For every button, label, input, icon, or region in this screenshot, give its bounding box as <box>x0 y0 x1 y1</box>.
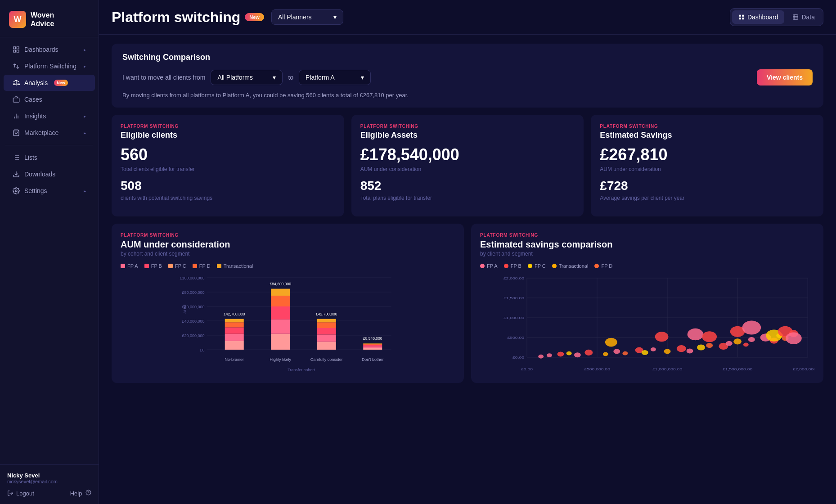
sidebar-logo: W Woven Advice <box>0 0 99 37</box>
legend-color <box>121 264 125 268</box>
svg-text:£500.00: £500.00 <box>508 336 525 340</box>
svg-rect-0 <box>13 47 16 49</box>
legend-label: FP D <box>601 263 612 269</box>
legend-color <box>594 264 599 268</box>
sidebar-item-downloads[interactable]: Downloads <box>4 166 95 182</box>
main-content: Platform switching New All Planners ▾ Da… <box>99 0 836 504</box>
sidebar-item-label: Marketplace <box>24 129 58 136</box>
svg-text:£42,700,000: £42,700,000 <box>316 312 337 316</box>
briefcase-icon <box>13 96 20 103</box>
scatter-point <box>687 348 693 353</box>
legend-label: FP B <box>151 263 162 269</box>
header-tabs: Dashboard Data <box>730 8 823 26</box>
svg-text:£2,000.00: £2,000.00 <box>503 277 524 280</box>
scatter-point <box>651 347 656 351</box>
scatter-chart-section-label: PLATFORM SWITCHING <box>480 233 814 238</box>
legend-color <box>480 264 485 268</box>
sidebar-item-insights[interactable]: Insights ▸ <box>4 108 95 124</box>
svg-text:£1,000.00: £1,000.00 <box>503 316 524 320</box>
scatter-point <box>742 321 761 335</box>
view-clients-button[interactable]: View clients <box>757 69 813 86</box>
bar-chart-legend: FP AFP BFP CFP DTransactional <box>121 263 455 269</box>
stat-desc-2: clients with potential switching savings <box>121 195 335 201</box>
planners-chevron-icon: ▾ <box>333 14 337 21</box>
bar-chart-title: AUM under consideration <box>121 239 455 250</box>
sidebar-item-dashboards[interactable]: Dashboards ▸ <box>4 41 95 58</box>
list-icon <box>13 154 20 161</box>
stat-section-label: PLATFORM SWITCHING <box>600 124 814 129</box>
help-button[interactable]: Help <box>70 490 91 497</box>
tab-dashboard[interactable]: Dashboard <box>732 10 785 24</box>
svg-text:£0: £0 <box>200 348 204 352</box>
bar-segment <box>225 319 244 323</box>
bar-segment <box>271 320 290 334</box>
comparison-row: I want to move all clients from All Plat… <box>122 69 813 86</box>
logout-icon <box>7 490 13 496</box>
svg-rect-22 <box>739 18 741 19</box>
legend-label: FP A <box>487 263 498 269</box>
tab-data[interactable]: Data <box>786 10 821 24</box>
bottom-nav: Lists Downloads Settings ▸ <box>0 149 99 199</box>
store-icon <box>13 129 20 136</box>
legend-item: FP D <box>193 263 211 269</box>
chevron-icon: ▸ <box>84 130 86 135</box>
legend-item: Transactional <box>217 263 253 269</box>
legend-color <box>528 264 532 268</box>
sidebar-item-label: Insights <box>24 112 46 120</box>
bar-chart-visualization: £100,000,000£80,000,000£60,000,000£40,00… <box>121 273 455 374</box>
stat-desc-2: Total plans eligible for transfer <box>360 195 575 201</box>
nav-items: Dashboards ▸ Platform Switching ▸ Analys… <box>0 41 99 141</box>
svg-text:Don't bother: Don't bother <box>362 357 384 362</box>
chart-icon <box>13 112 20 120</box>
svg-text:£80,000,000: £80,000,000 <box>182 290 204 295</box>
to-text: to <box>288 74 293 81</box>
legend-label: FP C <box>535 263 546 269</box>
from-platform-dropdown[interactable]: All Platforms ▾ <box>211 70 283 85</box>
bar-segment <box>363 346 382 348</box>
planners-dropdown[interactable]: All Planners ▾ <box>271 9 343 25</box>
legend-color <box>144 264 149 268</box>
svg-text:£0.00: £0.00 <box>521 367 533 371</box>
sidebar-item-label: Analysis <box>24 79 48 86</box>
stat-value-2: 508 <box>121 179 335 193</box>
stat-desc-1: AUM under consideration <box>600 166 814 172</box>
bar-segment <box>271 296 290 306</box>
to-dropdown-chevron-icon: ▾ <box>361 74 364 81</box>
sidebar-item-analysis[interactable]: Analysis New <box>4 75 95 91</box>
scale-icon <box>13 79 20 86</box>
svg-text:Carefully consider: Carefully consider <box>310 357 343 362</box>
bar-chart-svg: £100,000,000£80,000,000£60,000,000£40,00… <box>121 273 455 372</box>
tab-dashboard-label: Dashboard <box>747 14 778 21</box>
stat-card-0: PLATFORM SWITCHING Eligible clients 560 … <box>112 115 344 216</box>
sidebar-item-marketplace[interactable]: Marketplace ▸ <box>4 125 95 141</box>
tab-data-label: Data <box>801 14 815 21</box>
svg-rect-3 <box>17 50 19 53</box>
bar-segment <box>271 289 290 296</box>
sidebar-item-platform-switching[interactable]: Platform Switching ▸ <box>4 58 95 74</box>
settings-icon <box>13 187 20 194</box>
sidebar-item-settings[interactable]: Settings ▸ <box>4 183 95 199</box>
logout-button[interactable]: Logout <box>7 490 34 497</box>
svg-text:£42,700,000: £42,700,000 <box>224 312 245 316</box>
bar-segment <box>317 342 336 350</box>
svg-point-16 <box>15 190 17 192</box>
legend-item: FP C <box>168 263 186 269</box>
stat-title: Estimated Savings <box>600 130 814 140</box>
stat-title: Eligible Assets <box>360 130 575 140</box>
charts-row: PLATFORM SWITCHING AUM under considerati… <box>112 224 823 383</box>
stat-card-2: PLATFORM SWITCHING Estimated Savings £26… <box>591 115 823 216</box>
bar-segment <box>363 345 382 346</box>
scatter-point <box>584 350 593 356</box>
sidebar-item-lists[interactable]: Lists <box>4 149 95 166</box>
scatter-point <box>702 331 717 342</box>
stat-section-label: PLATFORM SWITCHING <box>121 124 335 129</box>
comparison-card: Switching Comparison I want to move all … <box>112 44 823 108</box>
bar-segment <box>363 344 382 345</box>
scatter-point <box>677 345 686 352</box>
bar-segment <box>225 327 244 333</box>
sidebar-item-cases[interactable]: Cases <box>4 91 95 108</box>
legend-color <box>504 264 508 268</box>
bar-segment <box>225 322 244 327</box>
bar-segment <box>363 343 382 344</box>
to-platform-dropdown[interactable]: Platform A ▾ <box>299 70 371 85</box>
